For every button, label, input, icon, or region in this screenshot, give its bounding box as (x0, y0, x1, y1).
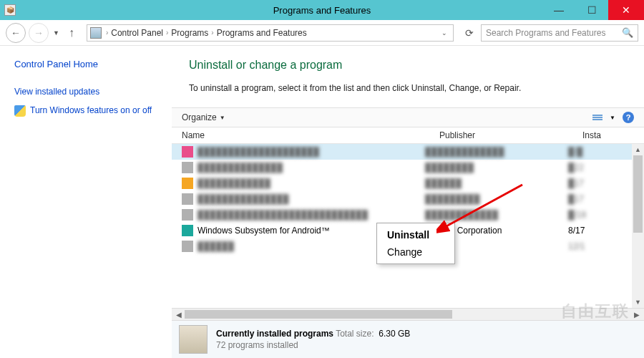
app-icon: 📦 (4, 4, 16, 16)
view-installed-updates-link[interactable]: View installed updates (14, 87, 165, 97)
column-publisher[interactable]: Publisher (439, 130, 582, 140)
program-icon (182, 193, 193, 205)
column-name[interactable]: Name (182, 130, 439, 140)
program-publisher: █████████████ (425, 147, 568, 157)
organize-button[interactable]: Organize ▼ (182, 112, 225, 122)
program-publisher: ████████████ (425, 210, 568, 220)
navbar: ← → ▼ ↑ › Control Panel › Programs › Pro… (0, 20, 644, 46)
program-icon (182, 146, 193, 158)
context-menu-uninstall[interactable]: Uninstall (377, 226, 454, 243)
program-list: ██████████████████████████████████/█████… (172, 144, 644, 308)
breadcrumb[interactable]: Control Panel (109, 28, 165, 38)
context-menu: Uninstall Change (376, 223, 455, 264)
close-button[interactable]: ✕ (608, 0, 644, 20)
view-dropdown[interactable]: ▼ (610, 115, 615, 121)
shield-icon (14, 105, 26, 117)
scroll-thumb[interactable] (633, 155, 643, 233)
list-header: Name Publisher Insta (172, 127, 644, 144)
program-name: ████████████████████ (197, 147, 319, 157)
page-heading: Uninstall or change a program (189, 59, 630, 72)
horizontal-scrollbar[interactable]: ◀ ▶ (172, 308, 644, 320)
address-bar[interactable]: › Control Panel › Programs › Programs an… (87, 24, 454, 42)
program-name: ██████████████ (197, 163, 283, 173)
program-row[interactable]: ███████████████████17 (172, 175, 644, 191)
titlebar: 📦 Programs and Features — ☐ ✕ (0, 0, 644, 20)
column-installed[interactable]: Insta (582, 130, 644, 140)
maximize-button[interactable]: ☐ (575, 0, 608, 20)
vertical-scrollbar[interactable]: ▲ ▼ (632, 144, 644, 308)
program-row[interactable]: ███████████████████████22 (172, 160, 644, 175)
program-icon (182, 209, 193, 221)
control-panel-home-link[interactable]: Control Panel Home (14, 59, 165, 69)
program-name: ██████ (197, 241, 234, 251)
context-menu-change[interactable]: Change (377, 243, 454, 261)
sidebar: Control Panel Home View installed update… (0, 46, 172, 358)
program-icon (182, 241, 193, 252)
location-icon (90, 27, 102, 39)
program-name: Windows Subsystem for Android™ (197, 226, 330, 236)
program-icon (182, 178, 193, 189)
search-icon[interactable]: 🔍 (622, 27, 633, 38)
help-icon[interactable]: ? (623, 112, 634, 123)
up-button[interactable]: ↑ (64, 26, 79, 39)
status-total-size: 6.30 GB (379, 329, 410, 339)
toolbar: Organize ▼ ▼ ? (172, 107, 644, 127)
forward-button[interactable]: → (29, 23, 49, 43)
history-dropdown[interactable]: ▼ (52, 29, 61, 37)
scroll-thumb[interactable] (185, 310, 452, 319)
address-dropdown[interactable]: ⌄ (439, 29, 450, 37)
refresh-button[interactable]: ⟳ (461, 27, 478, 39)
breadcrumb[interactable]: Programs (170, 28, 210, 38)
program-publisher: █████████ (425, 194, 568, 204)
breadcrumb[interactable]: Programs and Features (215, 28, 308, 38)
status-count: 72 programs installed (216, 340, 410, 350)
search-input[interactable]: Search Programs and Features 🔍 (481, 24, 638, 42)
program-row[interactable]: ██████████████████████████████████/█ (172, 144, 644, 160)
status-bar: Currently installed programs Total size:… (172, 320, 644, 358)
search-placeholder: Search Programs and Features (486, 28, 605, 38)
windows-features-link[interactable]: Turn Windows features on or off (30, 105, 152, 117)
program-icon (182, 162, 193, 173)
program-publisher: ██████ (425, 178, 568, 188)
main-panel: Uninstall or change a program To uninsta… (172, 46, 644, 358)
program-name: ████████████ (197, 178, 270, 188)
program-name: ███████████████ (197, 194, 289, 204)
page-subtext: To uninstall a program, select it from t… (189, 83, 630, 93)
programs-icon (179, 325, 208, 354)
status-total-label: Total size: (336, 329, 374, 339)
program-row[interactable]: █████████████████████████17 (172, 191, 644, 207)
program-name: ████████████████████████████ (197, 210, 368, 220)
back-button[interactable]: ← (6, 23, 26, 43)
program-row[interactable]: ████████████████████████████████████████… (172, 207, 644, 223)
view-options-button[interactable] (592, 115, 602, 120)
window-controls: — ☐ ✕ (542, 0, 644, 20)
minimize-button[interactable]: — (542, 0, 575, 20)
program-publisher: ████████ (425, 163, 568, 173)
program-icon (182, 225, 193, 236)
status-title: Currently installed programs (216, 329, 333, 339)
